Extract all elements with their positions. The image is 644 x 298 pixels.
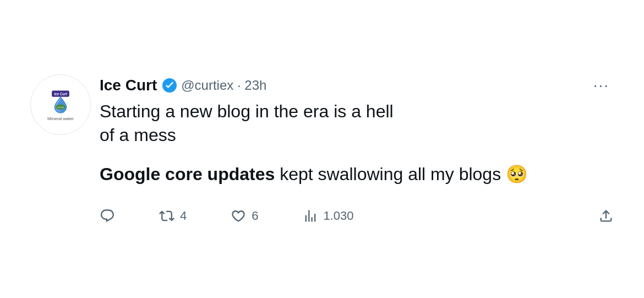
avatar-subtitle-text: Mineral water (47, 116, 74, 121)
tweet-text-line1: Starting a new blog in the era is a hell (100, 101, 394, 121)
svg-text:Ice Curt: Ice Curt (54, 92, 67, 96)
tweet-header-left: Ice Curt @curtiex · 23h (100, 77, 266, 94)
author-display-name: Ice Curt (100, 77, 157, 94)
avatar-column: Ice Curt natural Mineral water (30, 74, 91, 229)
separator: · (237, 78, 244, 93)
like-icon (231, 208, 246, 224)
avatar[interactable]: Ice Curt natural Mineral water (30, 74, 91, 135)
avatar-image: Ice Curt natural Mineral water (31, 75, 90, 134)
svg-text:natural: natural (57, 106, 64, 109)
avatar-logo-svg: Ice Curt natural (50, 89, 71, 115)
tweet-header: Ice Curt @curtiex · 23h ··· (100, 74, 614, 96)
tweet-text-first: Starting a new blog in the era is a hell… (100, 100, 614, 147)
tweet-text-bold: Google core updates (100, 164, 275, 184)
views-count: 1.030 (324, 209, 354, 223)
verified-badge-icon (162, 78, 177, 93)
like-button[interactable]: 6 (231, 204, 258, 228)
reply-button[interactable] (100, 204, 115, 228)
retweet-icon (159, 208, 174, 224)
tweet-text-rest: kept swallowing all my blogs 🥺 (275, 164, 528, 184)
views-icon (303, 208, 318, 224)
tweet-content: Ice Curt @curtiex · 23h ··· Starting a n… (100, 74, 614, 229)
like-count: 6 (252, 209, 258, 223)
tweet-text-second: Google core updates kept swallowing all … (100, 162, 614, 186)
tweet-card: Ice Curt natural Mineral water Ice Curt (19, 61, 625, 237)
tweet-time: 23h (244, 78, 266, 93)
share-icon (598, 208, 614, 224)
more-options-button[interactable]: ··· (589, 74, 614, 96)
tweet-actions: 4 6 1.030 (100, 204, 614, 228)
views-button[interactable]: 1.030 (303, 204, 354, 228)
author-handle: @curtiex (181, 78, 233, 93)
retweet-button[interactable]: 4 (159, 204, 187, 228)
author-handle-time: @curtiex · 23h (181, 78, 266, 93)
retweet-count: 4 (180, 209, 187, 223)
tweet-text-line2: of a mess (100, 125, 176, 145)
reply-icon (100, 208, 115, 224)
share-button[interactable] (598, 204, 614, 228)
